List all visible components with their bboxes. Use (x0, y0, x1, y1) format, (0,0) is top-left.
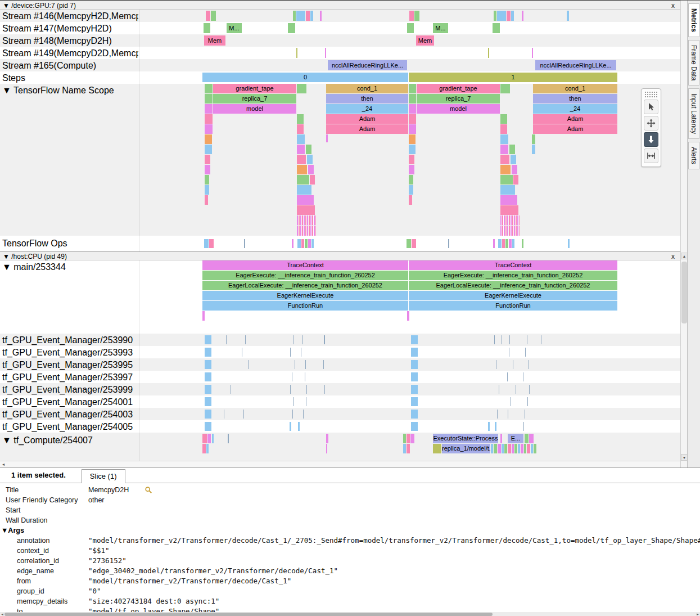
trace-event[interactable] (305, 372, 305, 381)
trace-event[interactable] (211, 11, 216, 21)
trace-event[interactable] (326, 134, 328, 142)
select-tool-button[interactable] (644, 100, 658, 114)
trace-event[interactable]: ncclAllReduceRingLLKe... (535, 60, 616, 70)
trace-event[interactable] (411, 422, 418, 431)
trace-event[interactable]: Adam (326, 114, 408, 124)
trace-event[interactable] (306, 11, 310, 21)
trace-event[interactable] (568, 239, 570, 248)
trace-event[interactable]: Adam (326, 124, 408, 134)
trace-event[interactable] (326, 434, 328, 443)
trace-event[interactable]: gradient_tape (417, 84, 500, 93)
trace-event[interactable] (306, 385, 307, 394)
trace-event[interactable] (298, 422, 300, 431)
trace-event[interactable] (409, 11, 414, 21)
trace-event[interactable] (204, 23, 210, 33)
trace-event[interactable] (325, 48, 326, 58)
trace-event[interactable] (522, 11, 523, 21)
trace-event[interactable]: FunctionRun (409, 301, 617, 311)
trace-event[interactable] (320, 11, 322, 21)
trace-event[interactable] (205, 124, 213, 134)
trace-event[interactable] (495, 422, 496, 431)
trace-event[interactable] (297, 134, 305, 144)
trace-event[interactable]: then (326, 94, 408, 104)
bottom-hscrollbar[interactable]: ◄ ► (0, 612, 700, 616)
track-label[interactable]: ▼ main/253344 (2, 262, 66, 272)
trace-event[interactable]: FunctionRun (202, 301, 408, 311)
trace-event[interactable] (293, 397, 294, 406)
trace-event[interactable] (205, 385, 211, 394)
trace-event[interactable] (311, 239, 314, 248)
trace-event[interactable] (297, 175, 309, 185)
trace-event[interactable] (497, 11, 506, 21)
trace-event[interactable] (507, 372, 508, 381)
trace-event[interactable] (407, 434, 410, 443)
trace-event[interactable] (524, 444, 526, 453)
trace-event[interactable] (224, 410, 224, 419)
trace-event[interactable] (296, 11, 305, 21)
trace-event[interactable] (205, 422, 211, 431)
trace-event[interactable] (525, 410, 525, 419)
trace-event[interactable] (306, 397, 306, 406)
trace-event[interactable] (205, 165, 210, 174)
trace-event[interactable] (500, 84, 510, 93)
trace-event[interactable] (292, 372, 292, 381)
trace-event[interactable] (497, 410, 498, 419)
trace-event[interactable] (297, 114, 304, 124)
trace-event[interactable] (307, 155, 313, 164)
trace-event[interactable] (306, 145, 311, 154)
trace-event[interactable] (205, 185, 209, 195)
trace-event[interactable] (502, 239, 505, 248)
trace-event[interactable] (529, 360, 529, 369)
trace-event[interactable]: _24 (326, 104, 408, 114)
trace-event[interactable] (242, 348, 242, 357)
trace-event[interactable] (205, 348, 211, 357)
trace-event[interactable] (202, 434, 207, 443)
trace-event[interactable]: ncclAllReduceRingLLKe... (328, 60, 407, 70)
trace-event[interactable] (206, 11, 210, 21)
trace-event[interactable]: gradient_tape (213, 84, 296, 93)
trace-event[interactable] (534, 444, 536, 453)
trace-event[interactable] (493, 23, 500, 33)
trace-event[interactable] (409, 165, 414, 174)
trace-event[interactable] (409, 145, 416, 154)
trace-event[interactable] (500, 226, 520, 236)
trace-event[interactable] (508, 410, 508, 419)
trace-event[interactable] (500, 114, 507, 124)
trace-event[interactable] (411, 335, 418, 344)
trace-event[interactable]: TraceContext (202, 260, 408, 270)
trace-event[interactable]: then (533, 94, 617, 104)
trace-event[interactable]: E... (508, 434, 523, 443)
trace-event[interactable] (527, 397, 528, 406)
trace-event[interactable] (509, 239, 512, 248)
trace-event[interactable] (205, 410, 211, 419)
gpu-close-button[interactable]: x (669, 1, 677, 10)
trace-event[interactable]: M... (433, 23, 448, 33)
trace-event[interactable]: 0 (202, 73, 408, 82)
trace-event[interactable] (411, 397, 418, 406)
trace-event[interactable] (245, 335, 246, 344)
magnifier-icon[interactable] (144, 485, 152, 495)
trace-event[interactable] (500, 195, 517, 205)
trace-event[interactable] (407, 311, 409, 321)
trace-event[interactable] (323, 360, 324, 369)
trace-event[interactable] (204, 239, 209, 248)
trace-event[interactable] (409, 134, 416, 144)
trace-event[interactable] (290, 422, 291, 431)
trace-event[interactable] (205, 134, 212, 144)
trace-event[interactable] (500, 215, 520, 225)
trace-event[interactable] (324, 385, 325, 394)
trace-event[interactable] (508, 444, 511, 453)
trace-event[interactable] (243, 410, 244, 419)
trace-event[interactable] (207, 434, 211, 443)
trace-event[interactable] (290, 385, 291, 394)
bottom-scroll-left-button[interactable]: ◄ (0, 612, 4, 616)
palette-drag-handle-icon[interactable] (644, 91, 658, 98)
sidebar-tab-input-latency[interactable]: Input Latency (688, 88, 699, 139)
trace-event[interactable] (411, 348, 418, 357)
trace-event[interactable] (407, 23, 414, 33)
trace-event[interactable] (292, 239, 293, 248)
trace-event[interactable] (523, 372, 523, 381)
trace-event[interactable] (511, 155, 516, 164)
track-label[interactable]: ▼ TensorFlow Name Scope (2, 86, 114, 96)
trace-event[interactable] (226, 335, 227, 344)
